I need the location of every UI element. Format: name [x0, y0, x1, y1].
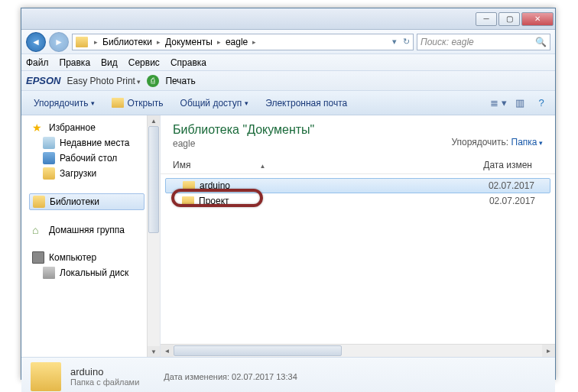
file-date: 02.07.2017: [489, 180, 550, 191]
sidebar-desktop-label: Рабочий стол: [60, 153, 117, 164]
scroll-left-icon[interactable]: ◄: [161, 345, 174, 357]
back-button[interactable]: ◄: [26, 32, 46, 52]
file-row-arduino[interactable]: arduino 02.07.2017: [165, 178, 550, 193]
menu-view[interactable]: Вид: [101, 57, 118, 68]
scrollbar-thumb[interactable]: [174, 345, 342, 356]
maximize-button[interactable]: ▢: [498, 12, 520, 26]
column-headers: Имя▲ Дата измен: [161, 157, 555, 174]
help-button[interactable]: ?: [532, 95, 550, 112]
library-title: Библиотека "Документы": [173, 123, 543, 137]
minimize-button[interactable]: ─: [476, 12, 497, 26]
file-date: 02.07.2017: [489, 196, 550, 206]
search-placeholder: Поиск: eagle: [421, 37, 474, 47]
file-row-project[interactable]: Проект 02.07.2017: [165, 194, 550, 208]
downloads-icon: [43, 167, 55, 180]
details-date-label: Дата изменения:: [164, 372, 229, 381]
column-name[interactable]: Имя▲: [173, 160, 402, 170]
scroll-right-icon[interactable]: ►: [542, 345, 555, 357]
body: ★Избранное Недавние места Рабочий стол З…: [21, 115, 555, 357]
epson-logo: EPSON: [26, 75, 61, 86]
explorer-window: ─ ▢ ✕ ◄ ► ▸ Библиотеки ▸ Документы ▸ eag…: [21, 8, 556, 380]
sidebar-favorites[interactable]: ★Избранное: [29, 120, 160, 135]
file-name: Проект: [199, 196, 413, 206]
refresh-icon[interactable]: ↻: [403, 37, 410, 47]
details-date-value: 02.07.2017 13:34: [232, 372, 297, 381]
chevron-right-icon: ▸: [93, 38, 99, 46]
breadcrumb-libraries[interactable]: Библиотеки: [101, 37, 154, 47]
chevron-right-icon: ▸: [251, 38, 258, 46]
file-list: arduino 02.07.2017 Проект 02.07.2017: [161, 174, 555, 212]
details-type: Папка с файлами: [70, 377, 139, 387]
email-button[interactable]: Электронная почта: [258, 95, 355, 112]
menubar: Файл Правка Вид Сервис Справка: [21, 54, 555, 71]
view-mode-button[interactable]: ≣ ▾: [489, 95, 508, 112]
open-button[interactable]: Открыть: [104, 95, 170, 112]
folder-icon: [43, 137, 55, 149]
sidebar-downloads-label: Загрузки: [60, 168, 96, 179]
sidebar-libraries[interactable]: Библиотеки: [29, 193, 144, 210]
sidebar-favorites-label: Избранное: [49, 122, 96, 133]
folder-thumbnail-icon: [31, 362, 61, 391]
sidebar-homegroup-label: Домашняя группа: [49, 225, 125, 235]
sidebar-desktop[interactable]: Рабочий стол: [29, 151, 160, 166]
sidebar-localdisk-label: Локальный диск: [60, 267, 128, 278]
sidebar-downloads[interactable]: Загрузки: [29, 166, 160, 181]
command-toolbar: Упорядочить Открыть Общий доступ Электро…: [21, 91, 555, 115]
arrange-value[interactable]: Папка: [511, 137, 544, 147]
folder-icon: [183, 181, 195, 191]
content-pane: Библиотека "Документы" eagle Упорядочить…: [161, 115, 555, 357]
folder-icon: [76, 37, 88, 47]
forward-button[interactable]: ►: [49, 32, 69, 52]
scroll-up-icon[interactable]: ▲: [148, 115, 160, 126]
folder-icon: [182, 196, 194, 206]
star-icon: ★: [32, 121, 44, 134]
dropdown-icon[interactable]: ▾: [392, 37, 397, 47]
close-button[interactable]: ✕: [521, 12, 554, 26]
arrange-label: Упорядочить:: [451, 137, 508, 147]
desktop-icon: [43, 152, 55, 164]
address-bar[interactable]: ▸ Библиотеки ▸ Документы ▸ eagle ▸ ▾ ↻: [72, 34, 414, 50]
organize-button[interactable]: Упорядочить: [26, 95, 102, 112]
sidebar-recent-label: Недавние места: [60, 138, 129, 148]
open-label: Открыть: [127, 98, 163, 109]
chevron-right-icon: ▸: [155, 38, 162, 46]
print-icon: ⎙: [147, 75, 159, 87]
scroll-down-icon[interactable]: ▼: [148, 346, 160, 357]
file-name: arduino: [200, 180, 414, 191]
preview-pane-button[interactable]: ▥: [511, 95, 529, 112]
details-name: arduino: [70, 366, 139, 377]
sidebar-localdisk[interactable]: Локальный диск: [29, 265, 160, 280]
share-button[interactable]: Общий доступ: [173, 95, 257, 112]
breadcrumb-documents[interactable]: Документы: [164, 37, 214, 47]
sidebar-homegroup[interactable]: ⌂Домашняя группа: [29, 222, 160, 238]
folder-icon: [112, 98, 124, 108]
arrange-by: Упорядочить: Папка: [451, 137, 543, 147]
sidebar-computer[interactable]: Компьютер: [29, 250, 160, 265]
sidebar-scrollbar[interactable]: ▲ ▼: [147, 115, 160, 357]
horizontal-scrollbar[interactable]: ◄ ►: [161, 344, 555, 357]
details-meta: Дата изменения: 02.07.2017 13:34: [164, 372, 297, 381]
libraries-icon: [33, 196, 45, 208]
search-input[interactable]: Поиск: eagle 🔍: [417, 34, 550, 50]
sidebar-computer-label: Компьютер: [49, 252, 96, 263]
epson-easy-photo-print[interactable]: Easy Photo Print: [67, 76, 141, 86]
chevron-right-icon: ▸: [216, 38, 222, 46]
sidebar-libraries-label: Библиотеки: [50, 196, 99, 207]
sort-asc-icon: ▲: [259, 163, 265, 170]
column-date[interactable]: Дата измен: [483, 160, 555, 170]
menu-service[interactable]: Сервис: [128, 57, 160, 68]
menu-help[interactable]: Справка: [170, 57, 206, 68]
computer-icon: [32, 251, 44, 264]
sidebar-recent[interactable]: Недавние места: [29, 135, 160, 151]
menu-file[interactable]: Файл: [26, 57, 49, 68]
menu-edit[interactable]: Правка: [60, 57, 91, 68]
navbar: ◄ ► ▸ Библиотеки ▸ Документы ▸ eagle ▸ ▾…: [21, 30, 555, 54]
epson-toolbar: EPSON Easy Photo Print ⎙ Печать: [21, 71, 555, 91]
search-icon: 🔍: [535, 37, 547, 47]
epson-print-button[interactable]: Печать: [165, 76, 195, 86]
breadcrumb-eagle[interactable]: eagle: [224, 37, 249, 47]
scrollbar-thumb[interactable]: [148, 126, 159, 233]
disk-icon: [43, 267, 55, 279]
sidebar: ★Избранное Недавние места Рабочий стол З…: [21, 115, 161, 357]
col-name-label: Имя: [173, 160, 190, 170]
